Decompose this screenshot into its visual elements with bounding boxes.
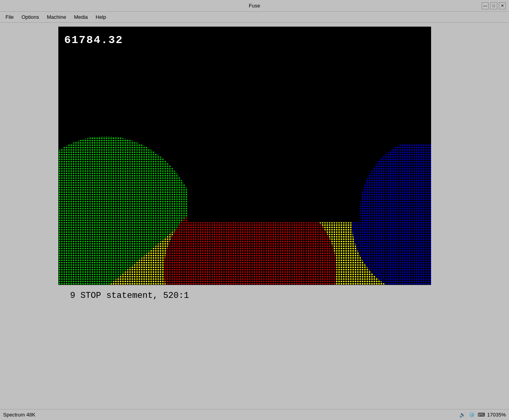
spectrum-screen-wrapper: 61784.32 — [58, 27, 431, 285]
spectrum-screen: 61784.32 — [58, 27, 431, 285]
spectrum-graphic: 61784.32 — [58, 27, 431, 285]
close-button[interactable]: ✕ — [499, 2, 506, 9]
menu-bar: File Options Machine Media Help — [0, 12, 509, 23]
menu-help[interactable]: Help — [92, 13, 110, 22]
status-right-section: 🔊 ⚙️ ⌨ 17035% — [459, 412, 506, 418]
svg-rect-23 — [383, 27, 431, 144]
menu-machine[interactable]: Machine — [43, 13, 70, 22]
title-bar: Fuse — □ ✕ — [0, 0, 509, 12]
menu-media[interactable]: Media — [70, 13, 92, 22]
maximize-button[interactable]: □ — [490, 2, 497, 9]
speed-percentage: 17035% — [487, 412, 506, 418]
window-title: Fuse — [249, 3, 260, 9]
menu-options[interactable]: Options — [18, 13, 43, 22]
gear-icon: ⚙️ — [468, 412, 475, 418]
main-content: 61784.32 9 STOP statement, 520:1 — [0, 23, 509, 306]
speaker-icon: 🔊 — [459, 412, 466, 418]
machine-type: Spectrum 48K — [3, 412, 35, 418]
status-bar: Spectrum 48K 🔊 ⚙️ ⌨ 17035% — [0, 409, 509, 420]
stop-statement: 9 STOP statement, 520:1 — [58, 285, 431, 306]
keyboard-icon: ⌨ — [478, 412, 485, 418]
menu-file[interactable]: File — [2, 13, 18, 22]
window-controls: — □ ✕ — [482, 2, 506, 9]
svg-text:61784.32: 61784.32 — [64, 34, 123, 46]
minimize-button[interactable]: — — [482, 2, 489, 9]
